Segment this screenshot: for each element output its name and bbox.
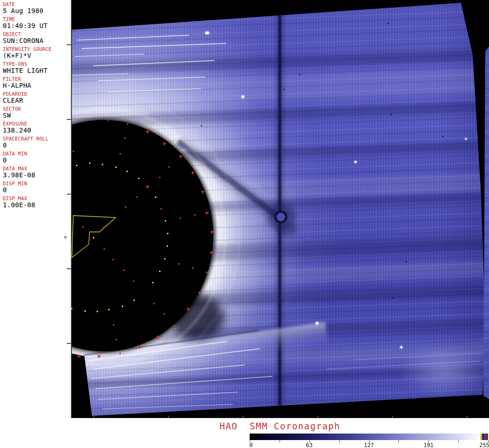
field-value: 0 (3, 156, 70, 164)
field-value: 0 (3, 186, 70, 194)
field-value: CLEAR (3, 97, 70, 104)
field-value: 138.240 (3, 126, 70, 134)
metadata-field: OBJECTSUN:CORONA (3, 31, 70, 44)
metadata-field: DATA MAX3.98E-08 (3, 166, 70, 179)
footer-strip: HAO SMM Coronagraph 063127191255 (0, 418, 489, 448)
field-label: DISP MIN (3, 181, 70, 186)
coronagraph-viewer: DATE5 Aug 1980TIME01:40:39 UTOBJECTSUN:C… (0, 0, 489, 448)
metadata-field: DISP MAX1.00E-08 (3, 196, 70, 209)
metadata-field: SECTORSW (3, 106, 70, 119)
field-value: WHITE LIGHT (3, 67, 70, 74)
metadata-field: DISP MIN0 (3, 181, 70, 194)
field-label: FILTER (3, 76, 70, 82)
metadata-field: INTENSITY SOURCE(K+F)*V (3, 46, 70, 59)
field-value: 3.98E-08 (3, 171, 70, 179)
field-label: INTENSITY SOURCE (3, 46, 70, 52)
field-value: (K+F)*V (3, 52, 70, 59)
field-value: SUN:CORONA (3, 37, 70, 44)
field-label: EXPOSURE (3, 121, 70, 126)
colorbar-tick (279, 440, 280, 442)
field-label: OBJECT (3, 31, 70, 37)
grayscale-colorbar (250, 434, 488, 440)
field-label: DATE (3, 1, 70, 7)
colorbar-tick-label: 127 (364, 442, 374, 448)
bright-streak (98, 392, 238, 400)
field-value: 0 (3, 141, 70, 149)
left-axis-line (71, 0, 72, 418)
colorbar-tick-label: 0 (249, 442, 252, 448)
bright-streak (103, 404, 233, 409)
colorbar-tick (398, 440, 399, 442)
field-label: DATA MIN (3, 151, 70, 156)
field-label: SPACECRAFT ROLL (3, 136, 70, 141)
occulter-pylon-junction (277, 223, 298, 237)
metadata-field: DATE5 Aug 1980 (3, 1, 70, 14)
field-label: TYPE-OBS (3, 61, 70, 67)
metadata-panel: DATE5 Aug 1980TIME01:40:39 UTOBJECTSUN:C… (0, 0, 70, 418)
field-label: TIME (3, 16, 70, 22)
metadata-field: TYPE-OBSWHITE LIGHT (3, 61, 70, 74)
metadata-field: FILTERH-ALPHA (3, 76, 70, 89)
field-value: 1.00E-08 (3, 201, 70, 209)
colorbar-tick (458, 440, 459, 442)
field-label: POLAROID (3, 91, 70, 97)
field-value: 01:40:39 UT (3, 22, 70, 29)
metadata-field: TIME01:40:39 UT (3, 16, 70, 29)
field-value: H-ALPHA (3, 82, 70, 89)
metadata-field: POLAROIDCLEAR (3, 91, 70, 104)
field-label: DISP MAX (3, 196, 70, 201)
colorbar-tick (339, 440, 340, 442)
image-canvas (71, 0, 489, 418)
field-value: 5 Aug 1980 (3, 7, 70, 14)
metadata-field: DATA MIN0 (3, 151, 70, 164)
bright-streak (75, 54, 145, 57)
colorbar-tick-label: 191 (423, 442, 433, 448)
occulter-pylon-junction (274, 210, 287, 224)
image-title: HAO SMM Coronagraph (196, 421, 364, 431)
metadata-field: EXPOSURE138.240 (3, 121, 70, 134)
field-value: SW (3, 112, 70, 119)
field-label: SECTOR (3, 106, 70, 112)
metadata-field: SPACECRAFT ROLL0 (3, 136, 70, 149)
field-label: DATA MAX (3, 166, 70, 171)
colorbar-tick-label: 255 (479, 442, 489, 448)
colorbar-tick-label: 63 (306, 442, 313, 448)
bright-streak (82, 43, 226, 49)
bright-streak (77, 35, 189, 41)
